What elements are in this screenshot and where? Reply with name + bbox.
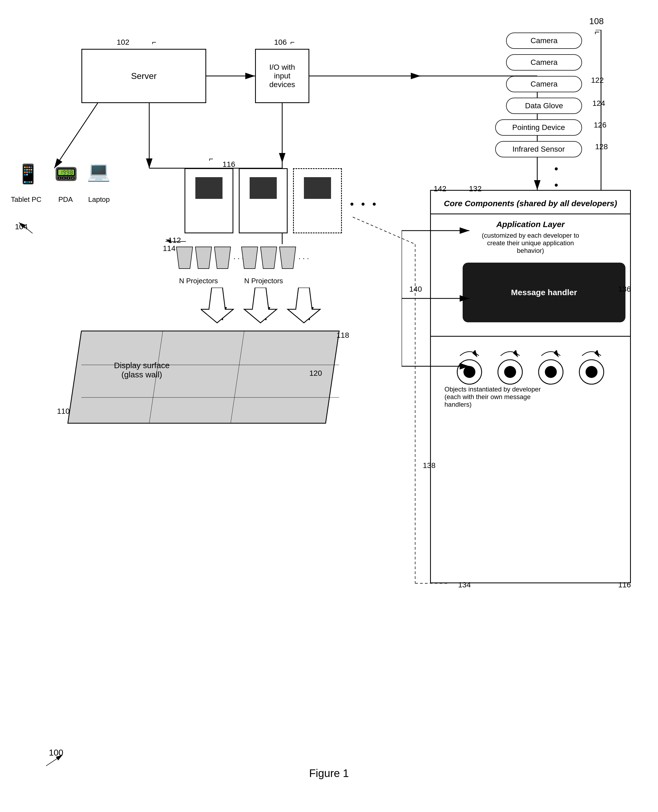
ref-120: 120: [309, 369, 322, 378]
ref-102: 102: [117, 38, 129, 47]
message-handler-box: Message handler: [463, 263, 625, 322]
ref-134: 134: [458, 580, 471, 589]
down-arrows-to-display: [201, 288, 337, 325]
device-dots2: •: [555, 179, 560, 191]
core-components-section: Core Components (shared by all developer…: [431, 191, 630, 214]
laptop-label: Laptop: [88, 196, 110, 204]
projectors-row-1: . . .: [174, 241, 250, 274]
svg-marker-32: [279, 247, 296, 269]
ref-138: 138: [423, 461, 436, 470]
message-handler-label: Message handler: [511, 288, 577, 297]
io-label: I/O with input devices: [269, 63, 295, 89]
pda-icon: 📟: [54, 163, 78, 185]
projector-unit-3: [293, 168, 342, 233]
infrared-sensor-pill: Infrared Sensor: [495, 141, 582, 157]
projector-unit-2: [239, 168, 288, 233]
ref-106: 106: [274, 38, 287, 47]
svg-point-48: [504, 366, 516, 378]
ref-110: 110: [57, 407, 70, 416]
svg-marker-38: [288, 288, 320, 323]
svg-marker-37: [244, 288, 277, 323]
camera3-pill: Camera: [506, 76, 582, 92]
laptop-icon: 💻: [87, 160, 110, 182]
unit-dots: • • •: [350, 198, 378, 210]
ref-142: 142: [434, 185, 446, 193]
data-glove-pill: Data Glove: [506, 98, 582, 114]
infrared-sensor-label: Infrared Sensor: [512, 145, 565, 153]
ref-132: 132: [469, 185, 482, 193]
camera1-label: Camera: [531, 36, 558, 45]
svg-marker-26: [176, 247, 193, 269]
pda-label: PDA: [58, 196, 73, 204]
projectors-row-2: . . .: [239, 241, 315, 274]
svg-line-59: [46, 755, 63, 766]
svg-line-7: [54, 103, 98, 168]
pointing-device-pill: Pointing Device: [495, 119, 582, 136]
server-label: Server: [131, 71, 157, 81]
svg-point-50: [545, 366, 557, 378]
ref-118: 118: [337, 331, 349, 340]
obj-circle-2: [495, 350, 525, 380]
projector-unit-1: [185, 168, 233, 233]
core-components-label: Core Components (shared by all developer…: [436, 199, 625, 208]
tablet-pc-label: Tablet PC: [11, 196, 42, 204]
n-projectors-2-label: N Projectors: [244, 277, 283, 285]
camera3-label: Camera: [531, 80, 558, 88]
tablet-pc-icon: 📱: [16, 163, 40, 185]
ref-136: 136: [618, 285, 631, 294]
svg-line-23: [19, 222, 33, 233]
data-glove-label: Data Glove: [525, 102, 563, 110]
ref-114: 114: [163, 244, 175, 253]
camera1-pill: Camera: [506, 33, 582, 49]
figure-caption-text: Figure 1: [309, 767, 349, 779]
camera2-pill: Camera: [506, 54, 582, 70]
camera2-label: Camera: [531, 58, 558, 67]
n-projectors-1-label: N Projectors: [179, 277, 218, 285]
display-surface: [54, 325, 353, 429]
svg-marker-28: [215, 247, 230, 269]
svg-marker-27: [195, 247, 212, 269]
device-dots: •: [555, 163, 560, 175]
io-box: I/O with input devices: [255, 49, 309, 103]
svg-marker-39: [68, 331, 339, 423]
display-surface-label: Display surface (glass wall): [114, 361, 169, 379]
svg-text:. . .: . . .: [298, 252, 309, 261]
obj-circle-4: [577, 350, 606, 380]
svg-point-52: [586, 366, 597, 378]
ref-100-arrow: [44, 752, 65, 768]
ref-116-top: 116: [222, 160, 235, 169]
ref-116-bottom: 116: [618, 580, 631, 589]
server-box: Server: [81, 49, 206, 103]
ref-108: 108: [589, 16, 604, 26]
figure-caption: Figure 1: [0, 767, 658, 779]
svg-marker-36: [201, 288, 233, 323]
ref-104-arrow: [16, 220, 38, 236]
pointing-device-label: Pointing Device: [512, 123, 565, 132]
obj-circle-3: [536, 350, 566, 380]
svg-marker-30: [241, 247, 258, 269]
diagram: Server 102 ⌐ I/O with input devices 106 …: [0, 0, 658, 812]
svg-marker-31: [260, 247, 277, 269]
app-entry-arrows: [401, 217, 483, 407]
